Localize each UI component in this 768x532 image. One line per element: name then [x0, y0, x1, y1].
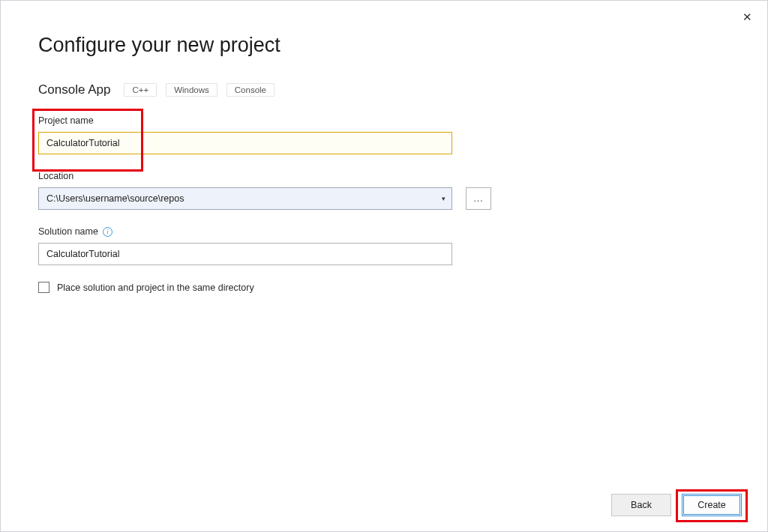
dialog-content: Configure your new project Console App C…: [1, 1, 767, 293]
chevron-down-icon: ▾: [442, 195, 446, 202]
browse-button[interactable]: ...: [466, 187, 491, 210]
create-button[interactable]: Create: [682, 494, 742, 516]
solution-name-input[interactable]: [38, 243, 452, 265]
template-name: Console App: [38, 82, 110, 97]
same-directory-row: Place solution and project in the same d…: [38, 282, 730, 293]
template-subtitle: Console App C++ Windows Console: [38, 82, 730, 97]
tag-windows: Windows: [166, 83, 218, 97]
solution-name-label-text: Solution name: [38, 226, 98, 237]
same-directory-checkbox[interactable]: [38, 282, 50, 293]
dialog-footer: Back Create: [611, 494, 742, 516]
tag-cpp: C++: [124, 83, 157, 97]
page-title: Configure your new project: [38, 34, 730, 57]
same-directory-label: Place solution and project in the same d…: [57, 282, 254, 293]
project-name-input[interactable]: [38, 132, 452, 154]
info-icon[interactable]: i: [103, 227, 112, 237]
location-combo[interactable]: C:\Users\username\source\repos ▾: [38, 187, 452, 210]
location-group: Location C:\Users\username\source\repos …: [38, 171, 730, 210]
close-button[interactable]: ✕: [738, 8, 757, 25]
location-label: Location: [38, 171, 730, 181]
solution-name-group: Solution name i: [38, 226, 730, 265]
back-button[interactable]: Back: [611, 494, 671, 516]
solution-name-label: Solution name i: [38, 226, 730, 237]
project-name-label: Project name: [38, 115, 730, 126]
tag-console: Console: [226, 83, 274, 97]
location-value: C:\Users\username\source\repos: [46, 193, 184, 204]
project-name-group: Project name: [38, 115, 730, 154]
